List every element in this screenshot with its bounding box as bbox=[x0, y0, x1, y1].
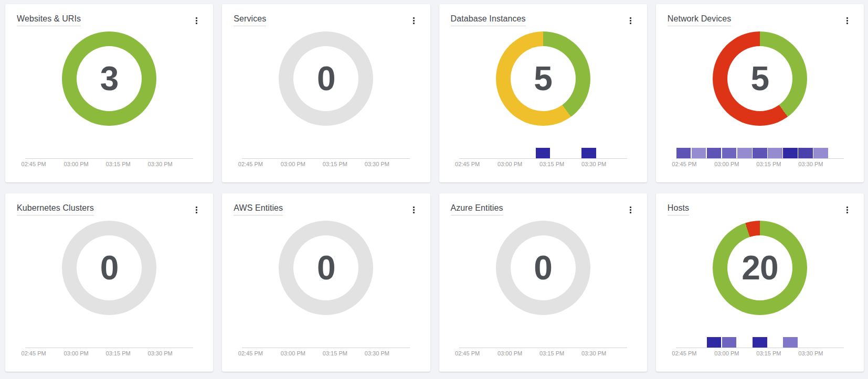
tile-menu-button[interactable] bbox=[410, 15, 418, 26]
time-tick-label: 02:45 PM bbox=[22, 161, 46, 167]
tile-menu-button[interactable] bbox=[410, 204, 418, 215]
time-tick-label: 03:30 PM bbox=[148, 350, 173, 356]
time-tick-label: 03:15 PM bbox=[539, 350, 564, 356]
timeline-chart: 02:45 PM 03:00 PM 03:15 PM 03:30 PM bbox=[25, 148, 193, 168]
tile-database-instances: Database Instances 5 02:45 PM 03:00 PM 0… bbox=[439, 4, 647, 182]
kebab-menu-icon bbox=[630, 209, 631, 211]
tile-services: Services 0 02:45 PM 03:00 PM 03:15 PM 03… bbox=[222, 4, 430, 182]
donut-chart-area: 5 bbox=[439, 31, 647, 126]
time-axis-labels: 02:45 PM 03:00 PM 03:15 PM 03:30 PM bbox=[676, 161, 844, 168]
health-donut-chart[interactable]: 0 bbox=[496, 221, 590, 315]
time-axis-labels: 02:45 PM 03:00 PM 03:15 PM 03:30 PM bbox=[459, 161, 627, 168]
entity-count: 20 bbox=[713, 221, 807, 315]
tile-title-link[interactable]: Azure Entities bbox=[451, 203, 503, 215]
donut-chart-area: 0 bbox=[222, 31, 430, 126]
timeline-bar[interactable] bbox=[536, 148, 551, 158]
time-axis-labels: 02:45 PM 03:00 PM 03:15 PM 03:30 PM bbox=[25, 350, 193, 358]
tile-header: AWS Entities bbox=[222, 193, 430, 215]
tile-title-link[interactable]: AWS Entities bbox=[234, 203, 283, 215]
timeline-bar[interactable] bbox=[768, 148, 782, 158]
health-donut-chart[interactable]: 5 bbox=[496, 31, 590, 126]
time-tick-label: 03:15 PM bbox=[106, 161, 131, 167]
timeline-bar[interactable] bbox=[707, 148, 722, 158]
time-tick-label: 02:45 PM bbox=[238, 161, 263, 167]
time-axis-labels: 02:45 PM 03:00 PM 03:15 PM 03:30 PM bbox=[242, 161, 410, 168]
tile-header: Hosts bbox=[656, 193, 864, 215]
timeline-bars[interactable] bbox=[459, 338, 627, 348]
timeline-chart: 02:45 PM 03:00 PM 03:15 PM 03:30 PM bbox=[25, 338, 193, 358]
timeline-bar[interactable] bbox=[737, 148, 752, 158]
time-tick-label: 03:00 PM bbox=[281, 350, 305, 356]
time-axis-labels: 02:45 PM 03:00 PM 03:15 PM 03:30 PM bbox=[676, 350, 844, 358]
timeline-bar[interactable] bbox=[722, 148, 737, 158]
timeline-bar[interactable] bbox=[813, 148, 828, 158]
timeline-bar[interactable] bbox=[722, 337, 737, 348]
time-tick-label: 03:00 PM bbox=[64, 350, 89, 356]
tile-menu-button[interactable] bbox=[193, 204, 200, 215]
time-tick-label: 02:45 PM bbox=[455, 350, 480, 356]
timeline-bar[interactable] bbox=[798, 148, 813, 158]
donut-chart-area: 5 bbox=[656, 31, 864, 126]
timeline-chart: 02:45 PM 03:00 PM 03:15 PM 03:30 PM bbox=[459, 338, 627, 358]
tile-title-link[interactable]: Database Instances bbox=[451, 14, 526, 26]
entity-count: 0 bbox=[279, 221, 373, 315]
tile-menu-button[interactable] bbox=[627, 204, 634, 215]
timeline-bars[interactable] bbox=[25, 148, 193, 159]
tile-azure-entities: Azure Entities 0 02:45 PM 03:00 PM 03:15… bbox=[439, 193, 647, 372]
kebab-menu-icon bbox=[846, 209, 848, 211]
timeline-bars[interactable] bbox=[242, 338, 410, 348]
time-tick-label: 03:00 PM bbox=[497, 350, 522, 356]
tile-title-link[interactable]: Kubernetes Clusters bbox=[17, 203, 94, 215]
health-donut-chart[interactable]: 20 bbox=[713, 221, 807, 315]
health-donut-chart[interactable]: 0 bbox=[279, 31, 373, 126]
tile-title-link[interactable]: Network Devices bbox=[668, 14, 732, 26]
donut-chart-area: 20 bbox=[656, 221, 864, 315]
timeline-bars[interactable] bbox=[25, 338, 193, 348]
entity-count: 5 bbox=[496, 31, 590, 126]
time-tick-label: 03:15 PM bbox=[539, 161, 564, 167]
tile-header: Websites & URIs bbox=[5, 4, 213, 26]
timeline-bar[interactable] bbox=[753, 148, 767, 158]
timeline-bar[interactable] bbox=[753, 337, 767, 348]
tile-title-link[interactable]: Hosts bbox=[668, 203, 689, 215]
timeline-bars[interactable] bbox=[459, 148, 627, 159]
tile-header: Azure Entities bbox=[439, 193, 647, 215]
health-donut-chart[interactable]: 3 bbox=[62, 31, 156, 126]
time-tick-label: 03:30 PM bbox=[581, 161, 606, 167]
health-donut-chart[interactable]: 0 bbox=[62, 221, 156, 315]
time-tick-label: 02:45 PM bbox=[672, 350, 696, 356]
time-tick-label: 02:45 PM bbox=[238, 350, 263, 356]
time-axis-labels: 02:45 PM 03:00 PM 03:15 PM 03:30 PM bbox=[459, 350, 627, 358]
tile-menu-button[interactable] bbox=[843, 15, 851, 26]
tile-menu-button[interactable] bbox=[843, 204, 851, 215]
time-axis-labels: 02:45 PM 03:00 PM 03:15 PM 03:30 PM bbox=[242, 350, 410, 358]
tile-menu-button[interactable] bbox=[627, 15, 634, 26]
tile-title-link[interactable]: Websites & URIs bbox=[17, 14, 81, 26]
entity-count: 3 bbox=[62, 31, 156, 126]
timeline-bar[interactable] bbox=[783, 337, 798, 348]
timeline-chart: 02:45 PM 03:00 PM 03:15 PM 03:30 PM bbox=[676, 148, 844, 168]
health-donut-chart[interactable]: 0 bbox=[279, 221, 373, 315]
timeline-bars[interactable] bbox=[242, 148, 410, 159]
timeline-bar[interactable] bbox=[676, 148, 691, 158]
time-tick-label: 03:00 PM bbox=[497, 161, 522, 167]
tile-aws-entities: AWS Entities 0 02:45 PM 03:00 PM 03:15 P… bbox=[222, 193, 430, 372]
timeline-bar[interactable] bbox=[581, 148, 596, 158]
timeline-bars[interactable] bbox=[676, 148, 844, 159]
timeline-bar[interactable] bbox=[692, 148, 706, 158]
time-tick-label: 02:45 PM bbox=[22, 350, 46, 356]
entity-count: 0 bbox=[496, 221, 590, 315]
time-tick-label: 02:45 PM bbox=[455, 161, 480, 167]
entity-count: 0 bbox=[279, 31, 373, 126]
timeline-bar[interactable] bbox=[783, 148, 798, 158]
timeline-chart: 02:45 PM 03:00 PM 03:15 PM 03:30 PM bbox=[242, 338, 410, 358]
tile-menu-button[interactable] bbox=[193, 15, 200, 26]
tile-header: Kubernetes Clusters bbox=[5, 193, 213, 215]
health-donut-chart[interactable]: 5 bbox=[713, 31, 807, 126]
timeline-chart: 02:45 PM 03:00 PM 03:15 PM 03:30 PM bbox=[676, 338, 844, 358]
timeline-bar[interactable] bbox=[707, 337, 722, 348]
dashboard-grid: Websites & URIs 3 02:45 PM 03:00 PM 03:1… bbox=[0, 0, 868, 379]
timeline-bars[interactable] bbox=[676, 338, 844, 348]
time-tick-label: 03:00 PM bbox=[714, 161, 739, 167]
tile-title-link[interactable]: Services bbox=[234, 14, 266, 26]
